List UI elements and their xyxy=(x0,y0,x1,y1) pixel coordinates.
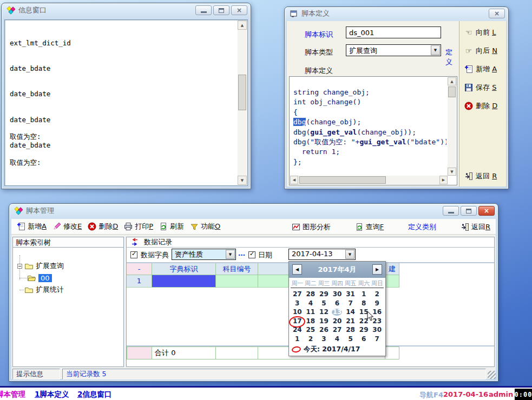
calendar-day[interactable]: 30 xyxy=(370,325,384,335)
scroll-down-icon[interactable]: ▼ xyxy=(238,176,247,185)
date-checkbox[interactable] xyxy=(248,251,255,258)
scroll-up-icon[interactable]: ▲ xyxy=(238,21,247,30)
code-horizontal-scrollbar[interactable]: ◀ ▶ xyxy=(290,176,448,184)
tree-item-ext-stat[interactable]: 扩展统计 xyxy=(17,284,64,295)
row1-cell-1[interactable] xyxy=(152,275,216,288)
calendar-day[interactable]: 6 xyxy=(357,335,371,344)
calendar-day[interactable]: 28 xyxy=(304,290,318,299)
calendar-day[interactable]: 7 xyxy=(370,335,384,344)
script-code-editor[interactable]: string change_obj;int obj_change(){dbg(c… xyxy=(289,76,457,185)
calendar-day[interactable]: 27 xyxy=(291,290,304,299)
scrollbar-thumb[interactable] xyxy=(299,176,386,184)
toolbar-define-category-button[interactable]: 定义类别 xyxy=(408,222,436,232)
calendar-day[interactable]: 30 xyxy=(331,290,344,299)
script-def-titlebar[interactable]: 脚本定义 × xyxy=(285,7,508,20)
calendar-prev-month-button[interactable]: ◀ xyxy=(292,264,302,275)
maximize-button[interactable] xyxy=(213,5,229,15)
close-button[interactable]: × xyxy=(489,9,505,18)
scrollbar-thumb[interactable] xyxy=(238,75,246,110)
calendar-day[interactable]: 31 xyxy=(344,290,357,299)
scroll-left-icon[interactable]: ◀ xyxy=(290,176,298,184)
calendar-next-month-button[interactable]: ▶ xyxy=(372,264,382,275)
calendar-day[interactable]: 27 xyxy=(331,325,344,335)
toolbar-function-button[interactable]: 功能O xyxy=(190,222,220,231)
toolbar-refresh-button[interactable]: 刷新 xyxy=(159,222,184,231)
row1-cell-2[interactable] xyxy=(216,275,258,288)
calendar-day[interactable]: 17 xyxy=(291,317,304,326)
script-id-input[interactable] xyxy=(346,26,441,38)
tree-expander-icon[interactable] xyxy=(17,264,22,269)
column-header-1[interactable]: 字典标识 xyxy=(152,263,216,275)
calendar-day[interactable]: 2 xyxy=(370,290,384,299)
side-return-button[interactable]: 返回 R xyxy=(464,171,506,181)
side-forward-button[interactable]: ☜向前 L xyxy=(464,28,506,37)
column-header-0[interactable]: - xyxy=(127,263,152,275)
maximize-button[interactable] xyxy=(461,206,477,216)
task-info-window[interactable]: 2信息窗口 xyxy=(77,390,111,399)
calendar-day[interactable]: 8 xyxy=(357,299,371,308)
calendar-day[interactable]: 21 xyxy=(344,317,357,326)
side-add-button[interactable]: 新增 A xyxy=(464,64,506,74)
calendar-day[interactable]: 3 xyxy=(291,299,304,308)
minimize-button[interactable] xyxy=(195,5,212,15)
ellipsis-button[interactable]: … xyxy=(238,249,245,257)
calendar-day[interactable]: 1 xyxy=(357,290,371,299)
calendar-day[interactable]: 29 xyxy=(317,290,331,299)
calendar-day[interactable]: 28 xyxy=(344,325,357,335)
calendar-day[interactable]: 5 xyxy=(344,335,357,344)
calendar-day[interactable]: 4 xyxy=(331,335,344,344)
toolbar-return-button[interactable]: 返回R xyxy=(461,222,490,232)
scroll-down-icon[interactable]: ▼ xyxy=(448,168,456,176)
scroll-up-icon[interactable]: ▲ xyxy=(448,77,456,85)
task-script-manager[interactable]: 脚本管理 xyxy=(0,390,25,399)
side-backward-button[interactable]: ☞向后 N xyxy=(464,46,506,56)
resize-grip[interactable] xyxy=(488,371,496,379)
tree-item-ext-query[interactable]: 扩展查询 xyxy=(17,261,64,271)
toolbar-modify-button[interactable]: 修改E xyxy=(52,222,82,231)
calendar-day[interactable]: 6 xyxy=(331,299,344,308)
calendar-day[interactable]: 12 xyxy=(317,308,331,317)
calendar-day[interactable]: 24 xyxy=(291,325,304,335)
close-button[interactable]: × xyxy=(231,5,247,15)
code-vertical-scrollbar[interactable]: ▲ ▼ xyxy=(448,77,456,176)
tree-item-node-00[interactable]: 00 xyxy=(27,272,52,283)
calendar-day[interactable]: 20 xyxy=(331,317,344,326)
scrollbar-thumb[interactable] xyxy=(448,86,456,97)
calendar-day[interactable]: 4 xyxy=(304,299,318,308)
info-vertical-scrollbar[interactable]: ▲ ▼ xyxy=(238,21,247,185)
calendar-day[interactable]: 26 xyxy=(317,325,331,335)
info-text-area[interactable]: ext_lmt_dict_id date_bdate date_bdate da… xyxy=(4,19,248,186)
row1-cell-4[interactable] xyxy=(385,275,399,288)
calendar-day[interactable]: 3 xyxy=(317,335,331,344)
column-header-4[interactable]: 建 xyxy=(385,263,399,275)
minimize-button[interactable] xyxy=(443,206,459,216)
toolbar-delete-button[interactable]: 删除D xyxy=(88,222,118,231)
dict-combobox[interactable]: 资产性质 ▼ xyxy=(172,249,236,260)
script-manager-titlebar[interactable]: 脚本管理 × xyxy=(9,204,498,218)
nav-f4-button[interactable]: 导航F4 xyxy=(419,390,443,400)
calendar-day[interactable]: 13 xyxy=(331,308,344,317)
calendar-day[interactable]: 18 xyxy=(304,317,318,326)
calendar-today-row[interactable]: 今天: 2017/4/17 xyxy=(292,345,360,354)
calendar-day[interactable]: 29 xyxy=(357,325,371,335)
script-type-combobox[interactable]: 扩展查询 ▼ xyxy=(346,44,441,56)
close-button[interactable]: × xyxy=(478,206,495,216)
side-save-button[interactable]: 保存 S xyxy=(464,83,506,92)
chevron-down-icon[interactable]: ▼ xyxy=(345,250,354,259)
calendar-day[interactable]: 1 xyxy=(291,335,304,344)
calendar-day[interactable]: 7 xyxy=(344,299,357,308)
toolbar-chart-analysis-button[interactable]: 图形分析 xyxy=(292,222,331,232)
dict-checkbox[interactable] xyxy=(130,251,137,258)
toolbar-add-button[interactable]: 新增A xyxy=(17,222,47,231)
calendar-day[interactable]: 11 xyxy=(304,308,318,317)
toolbar-query-button[interactable]: 查询F xyxy=(355,222,384,232)
column-header-2[interactable]: 科目编号 xyxy=(216,263,258,275)
calendar-day[interactable]: 14 xyxy=(344,308,357,317)
calendar-day[interactable]: 19 xyxy=(317,317,331,326)
calendar-day[interactable]: 2 xyxy=(304,335,318,344)
chevron-down-icon[interactable]: ▼ xyxy=(431,45,440,55)
scroll-right-icon[interactable]: ▶ xyxy=(439,176,448,184)
calendar-day[interactable]: 10 xyxy=(291,308,304,317)
calendar-day[interactable]: 9 xyxy=(370,299,384,308)
calendar-day[interactable]: 25 xyxy=(304,325,318,335)
